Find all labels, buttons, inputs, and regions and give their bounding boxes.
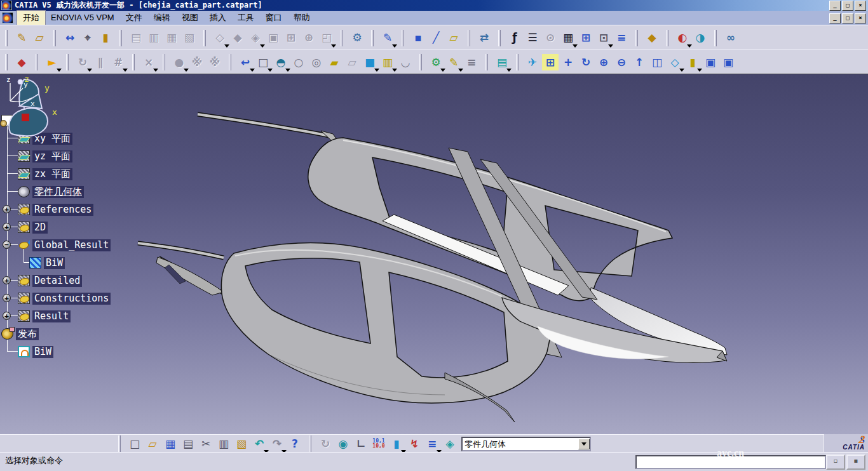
dropdown-arrow-icon[interactable] xyxy=(260,44,265,48)
new-document-icon[interactable]: □ xyxy=(126,435,143,452)
dropdown-arrow-icon[interactable] xyxy=(506,69,512,72)
tree-item-label[interactable]: Constructions xyxy=(32,293,111,305)
zoom-in-icon[interactable]: ⊕ xyxy=(595,54,612,70)
dropdown-arrow-icon[interactable] xyxy=(285,69,290,72)
toolbar-separator[interactable] xyxy=(36,54,38,70)
revolve-surface-icon[interactable]: ◆ xyxy=(229,30,246,46)
tree-item-label[interactable]: BiW xyxy=(32,346,53,358)
dropdown-arrow-icon[interactable] xyxy=(392,44,397,48)
target-surface-icon[interactable]: ⊕ xyxy=(301,30,317,46)
open-folder-icon[interactable]: ▱ xyxy=(31,30,48,46)
restore-button[interactable]: □ xyxy=(842,1,853,11)
open-document-icon[interactable]: ▱ xyxy=(144,435,161,452)
formula-icon[interactable]: ƒ xyxy=(506,30,523,46)
toolbar-separator[interactable] xyxy=(203,30,206,46)
dropdown-arrow-icon[interactable] xyxy=(392,69,397,72)
tree-expander-references[interactable]: + xyxy=(3,205,11,213)
dropdown-arrow-icon[interactable] xyxy=(608,44,613,48)
paste-icon[interactable]: ▧ xyxy=(233,435,250,452)
toolbar-separator[interactable] xyxy=(132,54,135,70)
tree-item-label[interactable]: Result xyxy=(32,310,71,322)
tree-item-detailed[interactable]: +Detailed xyxy=(18,274,82,288)
menu-tools[interactable]: 工具 xyxy=(232,11,260,25)
web-browser-icon[interactable]: ◉ xyxy=(335,435,351,452)
small-lock-icon[interactable]: ⊙ xyxy=(542,30,559,46)
dropdown-arrow-icon[interactable] xyxy=(123,69,128,72)
specs-list-icon[interactable]: ≡ xyxy=(424,435,440,452)
close-button[interactable]: × xyxy=(855,1,866,11)
view-mode-b-icon[interactable]: ▣ xyxy=(720,54,736,70)
status-mini-button-2[interactable]: ▪ xyxy=(846,454,865,470)
zoom-out-icon[interactable]: ⊖ xyxy=(613,54,630,70)
tree-expander-constructions[interactable]: + xyxy=(3,294,11,302)
tree-item-label[interactable]: References xyxy=(32,204,93,216)
catalog-copy-icon[interactable]: ▦ xyxy=(163,30,180,46)
dropdown-arrow-icon[interactable] xyxy=(679,69,684,72)
insert-body-icon[interactable]: ◆ xyxy=(644,30,660,46)
redo-icon[interactable]: ↷ xyxy=(269,435,285,452)
menu-window[interactable]: 窗口 xyxy=(260,11,288,25)
catalog-cylinder-icon[interactable]: ▮ xyxy=(388,435,405,452)
viewport-3d[interactable]: BiWxy 平面yz 平面zx 平面零件几何体+References+2D−Gl… xyxy=(0,74,868,435)
power-input-field[interactable] xyxy=(635,455,826,469)
measure-item-icon[interactable]: ⌖ xyxy=(79,30,96,46)
tree-item-partbody[interactable]: 零件几何体 xyxy=(18,185,84,199)
dropdown-arrow-icon[interactable] xyxy=(458,69,463,72)
sketch-analysis-icon[interactable]: ✎ xyxy=(379,30,396,46)
toolbar-separator[interactable] xyxy=(516,54,519,70)
multi-view-icon[interactable]: ◫ xyxy=(649,54,665,70)
spray-b-icon[interactable]: ※ xyxy=(207,54,223,70)
shell-surface-icon[interactable]: ◡ xyxy=(397,54,414,70)
fit-all-icon[interactable]: ⊞ xyxy=(542,54,559,70)
menu-insert[interactable]: 插入 xyxy=(204,11,232,25)
dropdown-arrow-icon[interactable] xyxy=(374,69,379,72)
render-style-icon[interactable]: ▮ xyxy=(684,54,701,70)
dropdown-arrow-icon[interactable] xyxy=(57,69,62,72)
tree-item-global-result[interactable]: −Global_Result xyxy=(18,238,111,252)
tree-item-label[interactable]: Global_Result xyxy=(32,239,111,251)
toolbar-separator[interactable] xyxy=(402,30,404,46)
sphere-tool-icon[interactable]: ● xyxy=(171,54,187,70)
work-support-icon[interactable]: □ xyxy=(255,54,271,70)
knowledge-flash-icon[interactable]: ↯ xyxy=(406,435,423,452)
clamp-icon[interactable]: ↻ xyxy=(74,54,91,70)
constraints-icon[interactable]: ∞ xyxy=(722,30,739,46)
units-icon[interactable]: 10,110,0 xyxy=(370,435,387,452)
fly-mode-icon[interactable]: ✈ xyxy=(524,54,541,70)
toolbar-separator[interactable] xyxy=(5,30,8,46)
tree-item-label[interactable]: 零件几何体 xyxy=(32,186,84,198)
front-side-frame[interactable] xyxy=(138,243,727,422)
workbench-icon[interactable]: ◆ xyxy=(13,54,30,70)
boolean-trim-icon[interactable]: ◑ xyxy=(692,30,709,46)
dropdown-arrow-icon[interactable] xyxy=(687,44,692,48)
exit-sketch-icon[interactable]: ↩ xyxy=(237,54,254,70)
design-table-icon[interactable]: ▦ xyxy=(560,30,576,46)
toolbar-separator[interactable] xyxy=(714,30,717,46)
symmetry-surface-icon[interactable]: ◰ xyxy=(318,30,335,46)
tree-item-plane-zx[interactable]: zx 平面 xyxy=(18,167,72,181)
settings-gear-icon[interactable]: ⚙ xyxy=(349,30,365,46)
dropdown-arrow-icon[interactable] xyxy=(268,69,273,72)
select-arrow-icon[interactable]: ► xyxy=(44,54,60,70)
scale-transform-icon[interactable]: × xyxy=(140,54,157,70)
copy-icon[interactable]: ▥ xyxy=(215,435,232,452)
lock-icon[interactable]: ⊡ xyxy=(595,30,612,46)
save-icon[interactable]: ▦ xyxy=(162,435,179,452)
tree-item-label[interactable]: BiW xyxy=(44,257,65,269)
toolbar-separator[interactable] xyxy=(635,30,638,46)
rule-icon[interactable]: ≡ xyxy=(613,30,630,46)
tree-item-label[interactable]: yz 平面 xyxy=(32,150,72,163)
dropdown-arrow-icon[interactable] xyxy=(573,44,578,48)
minimize-button[interactable]: _ xyxy=(829,13,841,23)
status-mini-button-1[interactable]: ▫ xyxy=(826,454,845,470)
planes-between-icon[interactable]: ∥ xyxy=(92,54,109,70)
dropdown-arrow-icon[interactable] xyxy=(184,69,189,72)
dropdown-arrow-icon[interactable] xyxy=(250,69,255,72)
comment-icon[interactable]: ☰ xyxy=(524,30,541,46)
workbench-app-icon[interactable] xyxy=(2,12,13,23)
tree-item-label[interactable]: Detailed xyxy=(32,275,82,287)
measure-length-icon[interactable]: ↔ xyxy=(62,30,78,46)
update-icon[interactable]: ⚙ xyxy=(428,54,444,70)
layers-icon[interactable]: ▤ xyxy=(494,54,510,70)
toolbar-separator[interactable] xyxy=(468,30,470,46)
